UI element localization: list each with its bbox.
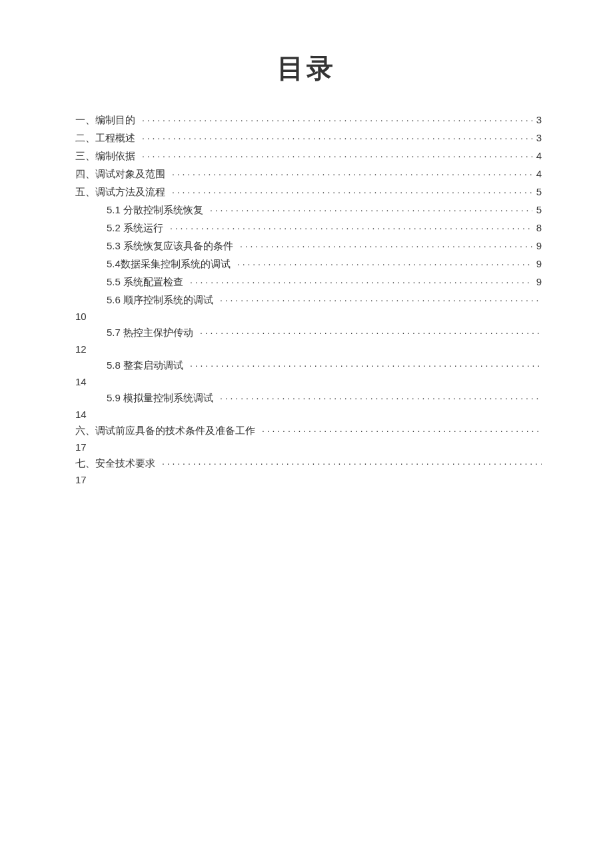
toc-entry[interactable]: 5.5 系统配置检查9: [75, 275, 542, 293]
toc-entry[interactable]: 二、工程概述3: [75, 131, 542, 149]
toc-label: 5.4数据采集控制系统的调试: [107, 259, 231, 269]
toc-label: 5.3 系统恢复应该具备的条件: [107, 241, 233, 251]
toc-entry[interactable]: 七、安全技术要求: [75, 457, 542, 475]
table-of-contents: 一、编制目的3二、工程概述3三、编制依据4四、调试对象及范围4五、调试方法及流程…: [75, 113, 542, 489]
toc-page-number: 9: [536, 241, 542, 251]
toc-page-number: 8: [536, 223, 542, 233]
toc-page-number: 5: [536, 187, 542, 197]
toc-leader: [142, 149, 532, 159]
toc-leader: [210, 203, 532, 213]
toc-label: 六、调试前应具备的技术条件及准备工作: [75, 425, 255, 435]
toc-entry[interactable]: 5.3 系统恢复应该具备的条件9: [75, 239, 542, 257]
toc-page-number: 14: [75, 377, 542, 391]
toc-entry[interactable]: 一、编制目的3: [75, 113, 542, 131]
toc-label: 五、调试方法及流程: [75, 187, 165, 197]
toc-leader: [162, 457, 542, 467]
toc-label: 5.8 整套启动调试: [107, 360, 183, 370]
toc-entry[interactable]: 六、调试前应具备的技术条件及准备工作: [75, 424, 542, 442]
page-title: 目录: [0, 50, 613, 87]
toc-label: 5.2 系统运行: [107, 223, 163, 233]
toc-entry[interactable]: 5.2 系统运行8: [75, 221, 542, 239]
toc-leader: [200, 326, 542, 336]
toc-page-number: 14: [75, 409, 542, 424]
toc-label: 5.9 模拟量控制系统调试: [107, 393, 213, 403]
toc-leader: [190, 275, 532, 285]
toc-page-number: 3: [536, 115, 542, 125]
toc-page-number: 9: [536, 259, 542, 269]
toc-page-number: 17: [75, 475, 542, 489]
toc-page-number: 4: [536, 169, 542, 179]
toc-page-number: 17: [75, 442, 542, 457]
toc-leader: [220, 293, 542, 303]
toc-leader: [142, 113, 532, 123]
toc-leader: [220, 391, 542, 401]
toc-label: 一、编制目的: [75, 115, 135, 125]
toc-page-number: 12: [75, 344, 542, 359]
toc-leader: [142, 131, 532, 141]
toc-page-number: 3: [536, 133, 542, 143]
toc-label: 四、调试对象及范围: [75, 169, 165, 179]
toc-page-number: 9: [536, 277, 542, 287]
toc-leader: [172, 185, 532, 195]
toc-leader: [170, 221, 532, 231]
toc-leader: [237, 257, 532, 267]
toc-entry[interactable]: 5.7 热控主保护传动: [75, 326, 542, 344]
toc-entry[interactable]: 五、调试方法及流程5: [75, 185, 542, 203]
toc-leader: [190, 359, 542, 369]
toc-page-number: 4: [536, 151, 542, 161]
toc-label: 5.6 顺序控制系统的调试: [107, 295, 213, 305]
toc-entry[interactable]: 三、编制依据4: [75, 149, 542, 167]
toc-page-number: 10: [75, 311, 542, 326]
toc-leader: [240, 239, 532, 249]
toc-entry[interactable]: 5.1 分散控制系统恢复5: [75, 203, 542, 221]
toc-label: 三、编制依据: [75, 151, 135, 161]
toc-label: 5.5 系统配置检查: [107, 277, 183, 287]
toc-entry[interactable]: 四、调试对象及范围4: [75, 167, 542, 185]
toc-entry[interactable]: 5.4数据采集控制系统的调试9: [75, 257, 542, 275]
toc-entry[interactable]: 5.9 模拟量控制系统调试: [75, 391, 542, 409]
document-page: 目录 一、编制目的3二、工程概述3三、编制依据4四、调试对象及范围4五、调试方法…: [0, 0, 613, 868]
toc-entry[interactable]: 5.8 整套启动调试: [75, 359, 542, 377]
toc-entry[interactable]: 5.6 顺序控制系统的调试: [75, 293, 542, 311]
toc-label: 5.7 热控主保护传动: [107, 327, 193, 337]
toc-label: 七、安全技术要求: [75, 458, 155, 468]
toc-label: 5.1 分散控制系统恢复: [107, 205, 203, 215]
toc-page-number: 5: [536, 205, 542, 215]
toc-leader: [262, 424, 542, 434]
toc-leader: [172, 167, 532, 177]
toc-label: 二、工程概述: [75, 133, 135, 143]
